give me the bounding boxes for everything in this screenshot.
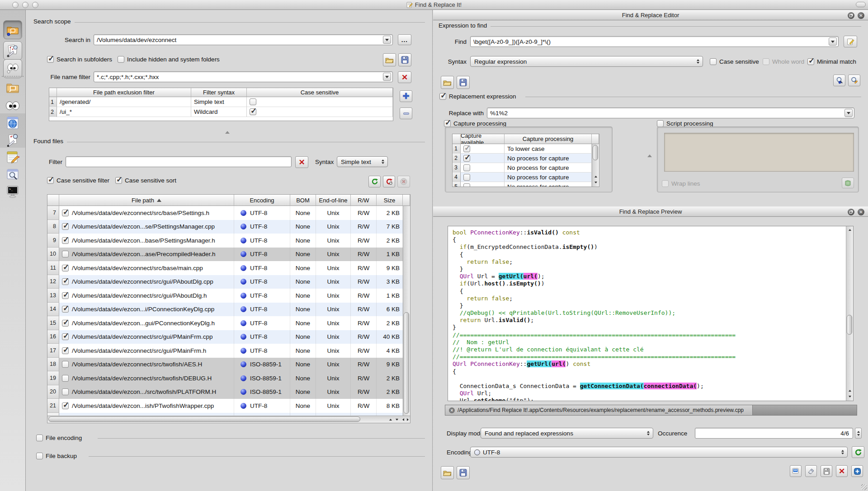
script-processing-checkbox[interactable] <box>657 120 664 127</box>
file-encoding-row[interactable]: File encoding <box>36 435 82 441</box>
sidebar-item-notes[interactable] <box>3 148 22 167</box>
file-checkbox[interactable] <box>62 402 69 409</box>
capture-processing-checkbox[interactable] <box>444 120 451 127</box>
capture-available-checkbox[interactable] <box>463 155 470 162</box>
files-header-encoding[interactable]: Encoding <box>234 195 290 206</box>
file-checkbox[interactable] <box>62 333 69 340</box>
file-path-cell[interactable]: /Volumes/data/dev/ezconnect/src/twofish/… <box>59 358 234 372</box>
sidebar-item-edit-expressions[interactable] <box>3 131 22 150</box>
minimal-match-checkbox[interactable] <box>807 58 814 65</box>
file-path-cell[interactable]: /Volumes/data/dev/ezcon...ase/Precompile… <box>59 248 234 262</box>
capture-processing-cell[interactable]: To lower case <box>505 144 592 154</box>
splitter-handle-icon[interactable] <box>225 131 230 134</box>
capture-row[interactable]: 3No process for capture <box>453 163 599 173</box>
tab-close-icon[interactable]: × <box>449 407 455 413</box>
display-mode-dropdown[interactable]: Found and replaced expressions <box>481 428 653 439</box>
case-sensitive-sort-checkbox[interactable] <box>115 177 122 184</box>
wrap-lines-checkbox[interactable] <box>662 180 669 187</box>
exclusion-case[interactable] <box>247 107 393 117</box>
capture-available-checkbox[interactable] <box>463 145 470 152</box>
scroll-up-icon[interactable] <box>847 388 853 393</box>
capture-vscroll-thumb[interactable] <box>593 145 598 160</box>
occurence-field[interactable]: 4/6 <box>695 428 853 439</box>
file-path-cell[interactable]: /Volumes/data/dev/ezconnect/src/gui/PMai… <box>59 330 234 344</box>
file-checkbox[interactable] <box>62 375 69 382</box>
replacement-expression-checkbox[interactable] <box>439 93 446 100</box>
scroll-left-icon[interactable] <box>401 417 406 422</box>
exclusion-filter-table[interactable]: File path exclusion filter Filter syntax… <box>49 88 393 121</box>
capture-header-processing[interactable]: Capture processing <box>505 134 592 144</box>
file-row[interactable]: 20/Volumes/data/dev/ezcon.../src/twofish… <box>47 385 403 399</box>
file-checkbox[interactable] <box>62 223 69 230</box>
clear-filter-button[interactable]: ✕ <box>295 156 308 168</box>
browse-folder-button[interactable]: ... <box>398 34 411 45</box>
files-header-bom[interactable]: BOM <box>290 195 316 206</box>
file-path-cell[interactable]: /Volumes/data/dev/ezconnect/src/twofish/… <box>59 371 234 385</box>
capture-header-available[interactable]: Capture available <box>461 134 505 144</box>
refresh-list-button[interactable] <box>368 176 381 187</box>
open-preview-button[interactable] <box>441 466 454 479</box>
file-encoding-cell[interactable]: UTF-8 <box>234 316 290 330</box>
capture-processing-cell[interactable]: No process for capture <box>505 173 592 182</box>
file-path-cell[interactable]: /Volumes/data/dev/ezconnect/src/base/PSe… <box>59 206 234 220</box>
capture-processing-row[interactable]: Capture processing <box>444 120 506 127</box>
scroll-up-icon[interactable] <box>847 227 853 233</box>
exclusion-row[interactable]: 2/ui_*Wildcard <box>49 107 393 117</box>
file-row[interactable]: 12/Volumes/data/dev/ezconnect/src/gui/PA… <box>47 275 403 289</box>
file-path-cell[interactable]: /Volumes/data/dev/ezcon...se/PSettingsMa… <box>59 220 234 234</box>
capture-available-cell[interactable] <box>461 182 505 187</box>
file-row[interactable]: 19/Volumes/data/dev/ezconnect/src/twofis… <box>47 371 403 385</box>
file-checkbox[interactable] <box>62 388 69 395</box>
file-row[interactable]: 11/Volumes/data/dev/ezconnect/src/base/m… <box>47 261 403 275</box>
capture-vscrollbar[interactable] <box>592 144 599 187</box>
replacement-section-row[interactable]: Replacement expression <box>439 93 516 100</box>
file-encoding-cell[interactable]: UTF-8 <box>234 275 290 289</box>
file-row[interactable]: 21/Volumes/data/dev/ezcon...ish/PTwofish… <box>47 399 403 413</box>
code-vscrollbar[interactable] <box>846 226 853 401</box>
exclusion-syntax[interactable]: Wildcard <box>191 107 247 117</box>
capture-available-cell[interactable] <box>461 144 505 154</box>
capture-processing-cell[interactable]: No process for capture <box>505 182 592 187</box>
sidebar-item-preview[interactable] <box>3 59 22 78</box>
include-hidden-checkbox-row[interactable]: Include hidden and system folders <box>118 56 220 63</box>
sidebar-item-search-scope[interactable] <box>3 20 22 39</box>
add-exclusion-button[interactable]: ✚ <box>400 90 412 102</box>
file-checkbox[interactable] <box>62 210 69 216</box>
float-panel-icon[interactable] <box>848 209 854 215</box>
code-preview[interactable]: bool PConnectionKey::isValid() const{ if… <box>448 226 854 401</box>
exclusion-header-case[interactable]: Case sensitive <box>247 88 393 97</box>
file-encoding-cell[interactable]: UTF-8 <box>234 344 290 358</box>
file-path-cell[interactable]: /Volumes/data/dev/ezconnect/src/gui/PAbo… <box>59 289 234 303</box>
exclusion-case[interactable] <box>247 97 393 107</box>
file-path-cell[interactable]: /Volumes/data/dev/ezcon...gui/PConnectio… <box>59 316 234 330</box>
found-files-table[interactable]: File path Encoding BOM End-of-line R/W S… <box>47 194 410 423</box>
file-checkbox[interactable] <box>62 251 69 257</box>
scroll-down-icon[interactable] <box>593 180 599 185</box>
test-expression-button[interactable] <box>833 75 845 86</box>
sidebar-item-search-files[interactable] <box>3 78 22 97</box>
toolbar-toggle-pill[interactable] <box>856 2 866 7</box>
scroll-down-icon[interactable] <box>847 394 853 399</box>
capture-row[interactable]: 5No process for capture <box>453 182 599 187</box>
sidebar-item-web-preview[interactable] <box>3 113 22 132</box>
editor-panel-header[interactable]: Find & Replace Editor ✕ <box>433 10 868 20</box>
file-row[interactable]: 18/Volumes/data/dev/ezconnect/src/twofis… <box>47 358 403 372</box>
file-row[interactable]: 10/Volumes/data/dev/ezcon...ase/Precompi… <box>47 248 403 262</box>
search-subfolders-checkbox[interactable] <box>47 56 54 63</box>
capture-processing-cell[interactable]: No process for capture <box>505 163 592 173</box>
files-header-rw[interactable]: R/W <box>351 195 377 206</box>
file-row[interactable]: 8/Volumes/data/dev/ezcon...se/PSettingsM… <box>47 220 403 234</box>
file-backup-row[interactable]: File backup <box>36 453 77 459</box>
case-sensitive-filter-row[interactable]: Case sensitive filter <box>47 177 109 184</box>
file-path-cell[interactable]: /Volumes/data/dev/ezcon.../src/twofish/P… <box>59 385 234 399</box>
file-name-filter-combo[interactable]: *.c;*.cpp;*.h;*.cxx;*.hxx <box>94 71 393 82</box>
capture-row[interactable]: 2No process for capture <box>453 154 599 163</box>
files-hscroll-thumb[interactable] <box>48 416 360 422</box>
code-vscroll-thumb[interactable] <box>847 315 852 335</box>
file-row[interactable]: 17/Volumes/data/dev/ezconnect/src/gui/PM… <box>47 344 403 358</box>
edit-search-button[interactable] <box>848 75 860 86</box>
exclusion-header-path[interactable]: File path exclusion filter <box>57 88 191 97</box>
file-path-cell[interactable]: /Volumes/data/dev/ezcon...i/PConnectionK… <box>59 303 234 317</box>
file-row[interactable]: 9/Volumes/data/dev/ezcon...base/PSetting… <box>47 234 403 248</box>
chevron-down-icon[interactable] <box>383 36 391 44</box>
